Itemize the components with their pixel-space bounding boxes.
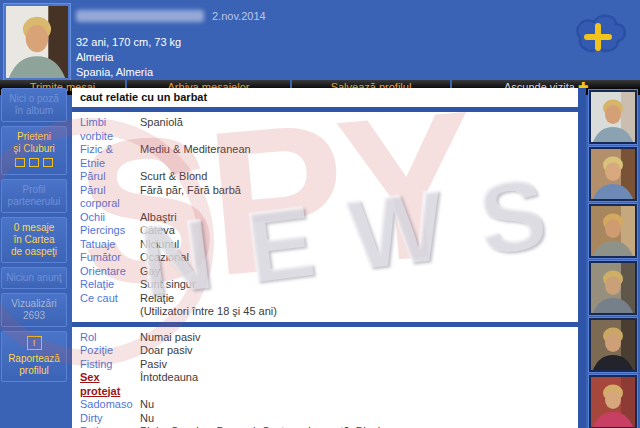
row-value: Pasiv (140, 358, 167, 372)
row-label: Fisting (80, 358, 140, 372)
gallery-thumbnail[interactable] (589, 90, 637, 144)
profile-row: Limbi vorbiteSpaniolă (80, 116, 570, 143)
gallery-thumbnail[interactable] (589, 375, 637, 428)
row-label: Tatuaje (80, 238, 140, 252)
profile-headline: caut relatie cu un barbat (72, 88, 578, 107)
row-value: Numai pasiv (140, 331, 201, 345)
row-value: Niciunul (140, 238, 179, 252)
row-label: Poziţie (80, 344, 140, 358)
row-label: Rol (80, 331, 140, 345)
row-value: Câteva (140, 224, 175, 238)
row-label: Părul (80, 170, 140, 184)
profile-row: Sex protejatÎntotdeauna (80, 371, 570, 398)
three-squares-icon (13, 158, 55, 169)
gallery-thumbnail[interactable] (589, 204, 637, 258)
add-favorite-cloud-button[interactable] (562, 4, 628, 72)
profile-row: PiercingsCâteva (80, 224, 570, 238)
left-sidebar: Nici o poză în album Prieteni şi Cluburi… (0, 88, 68, 386)
row-value: Gay (140, 265, 160, 279)
profile-row: PoziţieDoar pasiv (80, 344, 570, 358)
country-region: Spania, Almeria (76, 65, 266, 80)
row-value: Relaţie (Utilizatori între 18 şi 45 ani) (140, 292, 277, 319)
sidebar-item-no-album: Nici o poză în album (1, 88, 67, 122)
sidebar-item-guestbook-messages[interactable]: 0 mesaje în Cartea de oaspeţi (1, 217, 67, 263)
details-section-1: Limbi vorbiteSpaniolăFizic & EtnieMediu … (72, 112, 578, 322)
sidebar-item-partner-profile: Profil partenerului (1, 179, 67, 213)
photo-gallery-rail (588, 90, 638, 428)
username-redacted (76, 10, 204, 22)
age-height-weight: 32 ani, 170 cm, 73 kg (76, 35, 266, 50)
profile-row: TatuajeNiciunul (80, 238, 570, 252)
gallery-thumbnail[interactable] (589, 147, 637, 201)
profile-row: OchiiAlbaştri (80, 211, 570, 225)
profile-row: FumătorOcazional (80, 251, 570, 265)
profile-details: caut relatie cu un barbat Limbi vorbiteS… (72, 88, 586, 428)
row-label: Ce caut (80, 292, 140, 319)
profile-row: PărulScurt & Blond (80, 170, 570, 184)
row-label: Părul corporal (80, 184, 140, 211)
profile-summary: 2.nov.2014 32 ani, 170 cm, 73 kg Almeria… (76, 9, 266, 80)
row-value: Spaniolă (140, 116, 183, 143)
row-label: Sadomaso (80, 398, 140, 412)
row-value: Albaştri (140, 211, 177, 225)
profile-row: Fizic & EtnieMediu & Mediteranean (80, 143, 570, 170)
profile-row: RolNumai pasiv (80, 331, 570, 345)
row-label: Limbi vorbite (80, 116, 140, 143)
profile-row: Ce cautRelaţie (Utilizatori între 18 şi … (80, 292, 570, 319)
profile-photo[interactable] (4, 4, 70, 80)
row-label[interactable]: Sex protejat (80, 371, 140, 398)
row-label: Fumător (80, 251, 140, 265)
profile-row: SadomasoNu (80, 398, 570, 412)
row-value: Doar pasiv (140, 344, 193, 358)
row-value: Nu (140, 398, 154, 412)
cloud-icon (562, 4, 628, 72)
row-value: Întotdeauna (140, 371, 198, 398)
city: Almeria (76, 50, 266, 65)
row-label: Piercings (80, 224, 140, 238)
sidebar-item-friends-clubs[interactable]: Prieteni şi Cluburi (1, 126, 67, 175)
row-label: Fizic & Etnie (80, 143, 140, 170)
row-value: Nu (140, 412, 154, 426)
profile-page: 2.nov.2014 32 ani, 170 cm, 73 kg Almeria… (0, 0, 640, 428)
profile-row: DirtyNu (80, 412, 570, 426)
details-section-2: RolNumai pasivPoziţieDoar pasivFistingPa… (72, 327, 578, 428)
visit-date: 2.nov.2014 (212, 10, 266, 22)
row-value: Mediu & Mediteranean (140, 143, 251, 170)
profile-row: Părul corporalFără păr, Fără barbă (80, 184, 570, 211)
row-label: Orientare (80, 265, 140, 279)
gallery-thumbnail[interactable] (589, 261, 637, 315)
sidebar-item-views-counter: Vizualizări 2693 (1, 293, 67, 327)
profile-row: OrientareGay (80, 265, 570, 279)
profile-row: FistingPasiv (80, 358, 570, 372)
row-value: Scurt & Blond (140, 170, 207, 184)
row-value: Sunt singur (140, 278, 196, 292)
row-label: Ochii (80, 211, 140, 225)
profile-row: RelaţieSunt singur (80, 278, 570, 292)
row-value: Fără păr, Fără barbă (140, 184, 241, 211)
warning-icon: ! (27, 336, 42, 350)
row-value: Ocazional (140, 251, 189, 265)
gallery-thumbnail[interactable] (589, 318, 637, 372)
row-label: Dirty (80, 412, 140, 426)
sidebar-item-report-profile[interactable]: ! Raportează profilul (1, 331, 67, 382)
row-label: Relaţie (80, 278, 140, 292)
sidebar-item-no-ad: Niciun anunţ (1, 267, 67, 289)
